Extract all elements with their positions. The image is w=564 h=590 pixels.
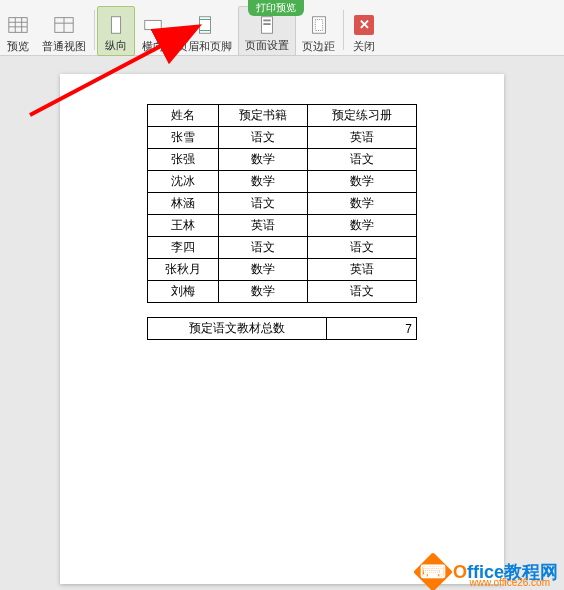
svg-rect-8 <box>111 16 120 33</box>
portrait-icon <box>104 13 128 36</box>
header-footer-label: 页眉和页脚 <box>177 39 232 54</box>
data-table: 姓名预定书籍预定练习册 张雪语文英语张强数学语文沈冰数学数学林涵语文数学王林英语… <box>147 104 417 303</box>
toolbar: 打印预览 预览 普通视图 纵向 横向 页眉和页脚 页面设置 <box>0 0 564 56</box>
table-header: 姓名 <box>148 105 219 127</box>
summary-value: 7 <box>327 318 417 340</box>
page-setup-icon <box>255 13 279 36</box>
margins-label: 页边距 <box>302 39 335 54</box>
canvas-area: 姓名预定书籍预定练习册 张雪语文英语张强数学语文沈冰数学数学林涵语文数学王林英语… <box>0 56 564 590</box>
header-footer-icon <box>193 13 217 37</box>
page-preview: 姓名预定书籍预定练习册 张雪语文英语张强数学语文沈冰数学数学林涵语文数学王林英语… <box>60 74 504 584</box>
summary-table: 预定语文教材总数 7 <box>147 317 417 340</box>
watermark: ⌨ Office教程网 www.office26.com <box>419 558 558 586</box>
grid-icon <box>6 13 30 37</box>
table-cell: 李四 <box>148 237 219 259</box>
landscape-button[interactable]: 横向 <box>135 6 171 56</box>
portrait-button[interactable]: 纵向 <box>97 6 135 56</box>
table-cell: 英语 <box>308 127 417 149</box>
table-row: 张强数学语文 <box>148 149 417 171</box>
table-cell: 语文 <box>308 281 417 303</box>
svg-rect-9 <box>145 20 162 29</box>
table-cell: 沈冰 <box>148 171 219 193</box>
close-label: 关闭 <box>353 39 375 54</box>
separator <box>343 10 344 50</box>
table-icon <box>52 13 76 37</box>
normal-view-label: 普通视图 <box>42 39 86 54</box>
table-cell: 张秋月 <box>148 259 219 281</box>
table-cell: 英语 <box>218 215 308 237</box>
table-cell: 刘梅 <box>148 281 219 303</box>
close-button[interactable]: ✕ 关闭 <box>346 6 382 56</box>
table-row: 王林英语数学 <box>148 215 417 237</box>
table-row: 刘梅数学语文 <box>148 281 417 303</box>
table-row: 林涵语文数学 <box>148 193 417 215</box>
header-footer-button[interactable]: 页眉和页脚 <box>171 6 238 56</box>
logo-icon: ⌨ <box>413 552 453 590</box>
table-row: 张雪语文英语 <box>148 127 417 149</box>
table-cell: 数学 <box>218 171 308 193</box>
svg-rect-15 <box>263 23 270 25</box>
svg-rect-0 <box>9 17 27 32</box>
normal-view-button[interactable]: 普通视图 <box>36 6 92 56</box>
preview-button[interactable]: 预览 <box>0 6 36 56</box>
table-cell: 数学 <box>308 215 417 237</box>
svg-rect-14 <box>263 19 270 21</box>
summary-label: 预定语文教材总数 <box>148 318 327 340</box>
table-cell: 数学 <box>218 149 308 171</box>
table-header: 预定书籍 <box>218 105 308 127</box>
table-cell: 语文 <box>218 237 308 259</box>
table-cell: 数学 <box>218 281 308 303</box>
table-cell: 语文 <box>308 237 417 259</box>
close-icon: ✕ <box>352 13 376 37</box>
table-cell: 张强 <box>148 149 219 171</box>
watermark-url: www.office26.com <box>470 577 550 588</box>
table-row: 沈冰数学数学 <box>148 171 417 193</box>
table-row: 张秋月数学英语 <box>148 259 417 281</box>
portrait-label: 纵向 <box>105 38 127 53</box>
landscape-icon <box>141 13 165 37</box>
table-cell: 林涵 <box>148 193 219 215</box>
print-preview-badge: 打印预览 <box>248 0 304 16</box>
table-cell: 英语 <box>308 259 417 281</box>
landscape-label: 横向 <box>142 39 164 54</box>
table-cell: 语文 <box>308 149 417 171</box>
table-cell: 数学 <box>308 171 417 193</box>
preview-label: 预览 <box>7 39 29 54</box>
table-cell: 语文 <box>218 193 308 215</box>
table-row: 李四语文语文 <box>148 237 417 259</box>
separator <box>94 10 95 50</box>
table-cell: 数学 <box>308 193 417 215</box>
table-header: 预定练习册 <box>308 105 417 127</box>
table-cell: 语文 <box>218 127 308 149</box>
table-cell: 王林 <box>148 215 219 237</box>
page-setup-label: 页面设置 <box>245 38 289 53</box>
margins-icon <box>307 13 331 37</box>
table-cell: 张雪 <box>148 127 219 149</box>
table-cell: 数学 <box>218 259 308 281</box>
